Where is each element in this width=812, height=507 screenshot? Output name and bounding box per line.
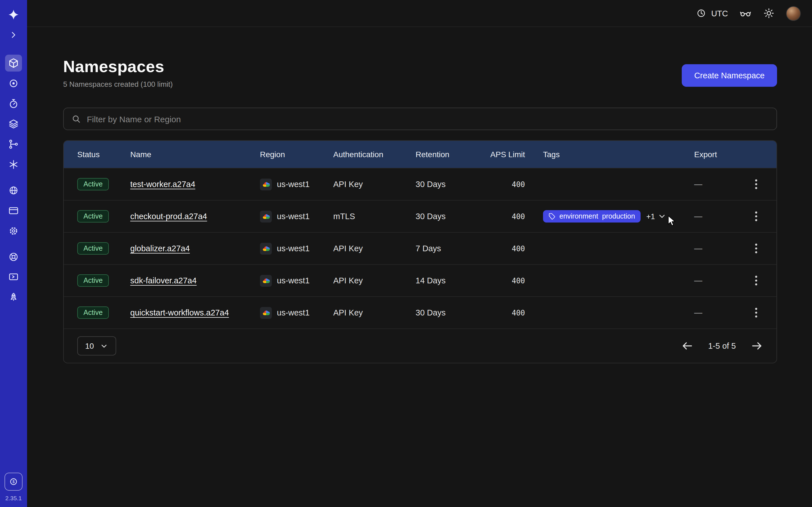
- monitor-icon: [8, 272, 19, 283]
- credit-card-icon: [8, 205, 19, 216]
- kebab-icon: [755, 211, 757, 221]
- app-window: $ 2.35.1 UTC Namespaces 5 Namespaces cre…: [0, 0, 812, 507]
- gcp-logo-icon: [260, 242, 272, 255]
- kebab-icon: [755, 276, 757, 286]
- auth-cell: API Key: [333, 276, 416, 285]
- status-badge: Active: [77, 242, 109, 255]
- kebab-icon: [755, 307, 757, 318]
- auth-cell: API Key: [333, 308, 416, 317]
- create-namespace-button[interactable]: Create Namespace: [682, 64, 777, 87]
- pagination: 1-5 of 5: [681, 340, 763, 352]
- region-label: us-west1: [277, 276, 310, 285]
- table-footer: 10 1-5 of 5: [64, 328, 776, 363]
- row-actions-menu[interactable]: [749, 210, 763, 223]
- filter-input[interactable]: [87, 114, 769, 124]
- row-actions-menu[interactable]: [749, 177, 763, 191]
- sidebar-item-timers[interactable]: [5, 95, 22, 112]
- region-label: us-west1: [277, 180, 310, 189]
- tags-expand-button[interactable]: [657, 212, 666, 221]
- sidebar-item-docs[interactable]: [5, 269, 22, 286]
- page-header: Namespaces 5 Namespaces created (100 lim…: [63, 57, 777, 89]
- timezone-selector[interactable]: UTC: [696, 8, 728, 18]
- status-badge: Active: [77, 210, 109, 223]
- row-actions-menu[interactable]: [749, 274, 763, 287]
- arrow-left-icon: [681, 340, 694, 352]
- column-header-region: Region: [260, 150, 333, 159]
- sidebar-expand-button[interactable]: [5, 26, 22, 43]
- row-actions-menu[interactable]: [749, 242, 763, 255]
- filter-bar: [63, 108, 777, 130]
- region-label: us-west1: [277, 212, 310, 221]
- tag-value: production: [602, 212, 635, 220]
- table-row: Active globalizer.a27a4 us-west1 API Key…: [64, 232, 776, 264]
- theme-toggle[interactable]: [763, 7, 775, 19]
- column-header-tags: Tags: [525, 150, 694, 159]
- retention-cell: 30 Days: [416, 212, 486, 221]
- sidebar-item-workflows[interactable]: [5, 136, 22, 153]
- column-header-aps-limit: APS Limit: [486, 150, 525, 159]
- tags-cell: environment production +1: [525, 210, 694, 223]
- user-avatar[interactable]: [786, 6, 801, 20]
- column-header-name: Name: [130, 150, 260, 159]
- tag-more-count[interactable]: +1: [646, 212, 655, 221]
- table-header-row: Status Name Region Authentication Retent…: [64, 141, 776, 168]
- sidebar-item-namespaces[interactable]: [5, 55, 22, 71]
- auth-cell: API Key: [333, 180, 416, 189]
- table-row: Active test-worker.a27a4 us-west1 API Ke…: [64, 168, 776, 200]
- main-content: Namespaces 5 Namespaces created (100 lim…: [27, 27, 812, 507]
- region-label: us-west1: [277, 308, 310, 317]
- tag-chip[interactable]: environment production: [543, 210, 641, 223]
- aps-limit-cell: 400: [486, 180, 525, 188]
- kebab-icon: [755, 243, 757, 253]
- namespaces-table: Status Name Region Authentication Retent…: [63, 140, 777, 363]
- aps-limit-cell: 400: [486, 276, 525, 285]
- sidebar-item-nexus[interactable]: [5, 156, 22, 173]
- timer-icon: [8, 98, 19, 109]
- svg-text:$: $: [12, 480, 15, 484]
- sidebar-item-stacks[interactable]: [5, 115, 22, 132]
- previous-page-button[interactable]: [681, 340, 694, 352]
- sidebar-item-billing[interactable]: [5, 202, 22, 219]
- page-size-select[interactable]: 10: [77, 336, 116, 355]
- chevron-right-icon: [8, 30, 18, 40]
- retention-cell: 14 Days: [416, 276, 486, 285]
- retention-cell: 30 Days: [416, 180, 486, 189]
- globe-icon: [8, 185, 19, 196]
- namespace-link[interactable]: globalizer.a27a4: [130, 244, 190, 253]
- sidebar-item-home[interactable]: [5, 6, 22, 23]
- gcp-logo-icon: [260, 178, 272, 190]
- table-row: Active checkout-prod.a27a4 us-west1 mTLS…: [64, 200, 776, 232]
- topbar: UTC: [27, 0, 812, 27]
- status-badge: Active: [77, 274, 109, 287]
- next-page-button[interactable]: [751, 340, 763, 352]
- namespace-link[interactable]: quickstart-workflows.a27a4: [130, 308, 229, 317]
- export-cell: —: [694, 276, 748, 285]
- layers-icon: [8, 118, 19, 129]
- accessibility-toggle[interactable]: [739, 7, 752, 19]
- namespace-link[interactable]: sdk-failover.a27a4: [130, 276, 197, 285]
- pagination-range: 1-5 of 5: [708, 341, 736, 350]
- status-badge: Active: [77, 306, 109, 319]
- cube-icon: [8, 57, 19, 69]
- gear-icon: [8, 225, 19, 237]
- sidebar-item-schedules[interactable]: [5, 75, 22, 92]
- arrow-right-icon: [751, 340, 763, 352]
- table-row: Active quickstart-workflows.a27a4 us-wes…: [64, 296, 776, 328]
- chevron-down-icon: [657, 212, 666, 221]
- sun-icon: [763, 7, 775, 19]
- tag-icon: [549, 213, 555, 220]
- aps-limit-cell: 400: [486, 244, 525, 252]
- tag-key: environment: [559, 212, 598, 220]
- sidebar-item-usage[interactable]: $: [4, 473, 22, 491]
- branch-icon: [8, 138, 19, 150]
- sidebar-item-support[interactable]: [5, 248, 22, 265]
- sidebar-item-getting-started[interactable]: [5, 289, 22, 306]
- sidebar-item-settings[interactable]: [5, 223, 22, 239]
- row-actions-menu[interactable]: [749, 306, 763, 320]
- export-cell: —: [694, 212, 748, 221]
- namespace-link[interactable]: checkout-prod.a27a4: [130, 212, 207, 221]
- namespace-link[interactable]: test-worker.a27a4: [130, 180, 195, 189]
- page-title: Namespaces: [63, 57, 173, 76]
- sidebar-item-regions[interactable]: [5, 182, 22, 199]
- column-header-authentication: Authentication: [333, 150, 416, 159]
